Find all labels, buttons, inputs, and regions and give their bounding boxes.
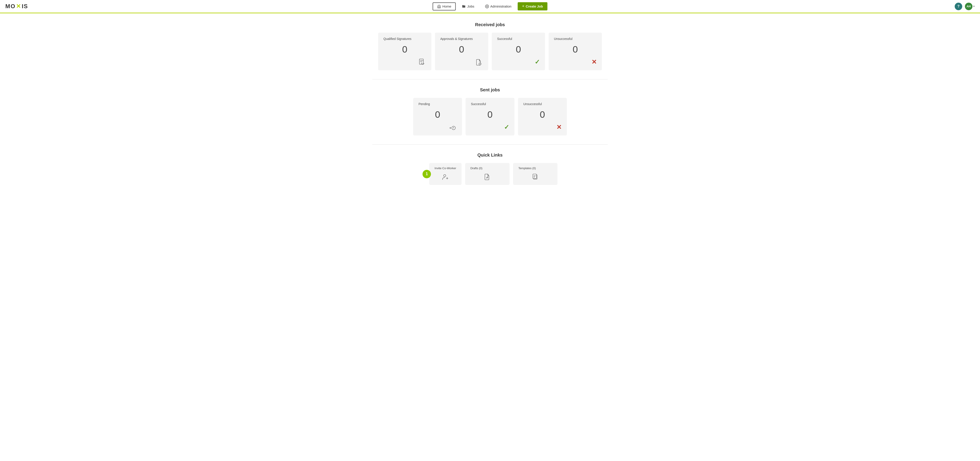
qualified-signatures-value: 0 bbox=[383, 44, 426, 55]
sent-jobs-title: Sent jobs bbox=[372, 87, 608, 92]
approvals-signatures-label: Approvals & Signatures bbox=[440, 37, 483, 41]
templates-icon bbox=[519, 173, 552, 181]
quick-links-wrapper: 1 Invite Co-Worker bbox=[423, 163, 461, 185]
quick-links-section: Quick Links 1 Invite Co-Worker bbox=[372, 152, 608, 185]
pending-value: 0 bbox=[418, 109, 457, 120]
invite-coworker-card[interactable]: Invite Co-Worker bbox=[429, 163, 461, 185]
avatar: AH bbox=[965, 3, 972, 10]
sent-unsuccessful-value: 0 bbox=[523, 109, 562, 120]
doc-sign-icon bbox=[418, 58, 426, 66]
sent-successful-value: 0 bbox=[471, 109, 509, 120]
sent-unsuccessful-card[interactable]: Unsuccessful 0 ✕ bbox=[518, 98, 567, 135]
notification-badge: 1 bbox=[423, 170, 431, 178]
sent-jobs-cards: Pending 0 Successful 0 ✓ bbox=[372, 98, 608, 135]
sent-jobs-section: Sent jobs Pending 0 Successful 0 bbox=[372, 87, 608, 135]
received-unsuccessful-card[interactable]: Unsuccessful 0 ✕ bbox=[549, 33, 602, 70]
x-icon: ✕ bbox=[592, 58, 597, 66]
received-unsuccessful-value: 0 bbox=[554, 44, 597, 55]
avatar-initials: AH bbox=[967, 5, 971, 8]
arrow-clock-icon bbox=[449, 124, 457, 131]
create-job-label: Create Job bbox=[526, 5, 543, 8]
quick-links-title: Quick Links bbox=[372, 152, 608, 158]
check-icon-sent: ✓ bbox=[504, 124, 509, 131]
pending-card[interactable]: Pending 0 bbox=[413, 98, 462, 135]
navbar-right: ? AH ▾ bbox=[955, 3, 975, 10]
doc-edit-icon bbox=[483, 173, 492, 181]
invite-coworker-icon bbox=[434, 173, 456, 181]
approvals-signatures-value: 0 bbox=[440, 44, 483, 55]
navbar: MO ✕ IS Home Jobs Administration bbox=[0, 0, 980, 13]
invite-coworker-label: Invite Co-Worker bbox=[434, 166, 456, 170]
logo-x-icon: ✕ bbox=[16, 3, 21, 10]
logo-text2: IS bbox=[22, 3, 28, 10]
received-jobs-title: Received jobs bbox=[372, 22, 608, 27]
logo: MO ✕ IS bbox=[5, 3, 28, 10]
received-successful-label: Successful bbox=[497, 37, 540, 41]
quick-links-row: 1 Invite Co-Worker Drafts (0) bbox=[372, 163, 608, 185]
approvals-signatures-card[interactable]: Approvals & Signatures 0 bbox=[435, 33, 488, 70]
logo-text: MO bbox=[5, 3, 16, 10]
pending-icon bbox=[418, 124, 457, 131]
doc-clock-icon bbox=[475, 58, 483, 66]
drafts-card[interactable]: Drafts (0) bbox=[465, 163, 509, 185]
help-label: ? bbox=[957, 5, 959, 8]
home-nav-button[interactable]: Home bbox=[433, 2, 456, 10]
home-nav-label: Home bbox=[442, 5, 451, 8]
received-jobs-cards: Qualified Signatures 0 Approvals & Signa… bbox=[372, 33, 608, 70]
jobs-nav-label: Jobs bbox=[467, 5, 474, 8]
avatar-button[interactable]: AH ▾ bbox=[965, 3, 975, 10]
received-unsuccessful-label: Unsuccessful bbox=[554, 37, 597, 41]
templates-card[interactable]: Templates (0) bbox=[513, 163, 557, 185]
help-button[interactable]: ? bbox=[955, 3, 962, 10]
doc-copy-icon bbox=[531, 173, 539, 181]
badge-count: 1 bbox=[426, 172, 428, 176]
svg-rect-6 bbox=[533, 174, 536, 179]
received-successful-value: 0 bbox=[497, 44, 540, 55]
gear-icon bbox=[485, 5, 489, 8]
svg-point-0 bbox=[487, 6, 488, 7]
x-icon-sent: ✕ bbox=[556, 124, 562, 131]
plus-icon: + bbox=[522, 4, 524, 9]
navbar-center: Home Jobs Administration + Create Job bbox=[433, 2, 547, 10]
section-divider-1 bbox=[372, 79, 608, 79]
home-icon bbox=[437, 5, 441, 8]
qualified-signatures-label: Qualified Signatures bbox=[383, 37, 426, 41]
create-job-button[interactable]: + Create Job bbox=[517, 2, 547, 10]
drafts-icon bbox=[471, 173, 504, 181]
sent-unsuccessful-icon: ✕ bbox=[523, 124, 562, 131]
received-successful-icon: ✓ bbox=[497, 58, 540, 66]
folder-icon bbox=[462, 5, 466, 8]
received-unsuccessful-icon: ✕ bbox=[554, 58, 597, 66]
received-successful-card[interactable]: Successful 0 ✓ bbox=[492, 33, 545, 70]
templates-label: Templates (0) bbox=[519, 166, 536, 170]
drafts-label: Drafts (0) bbox=[471, 166, 482, 170]
sent-successful-label: Successful bbox=[471, 102, 509, 106]
check-icon: ✓ bbox=[535, 58, 540, 66]
main-content: Received jobs Qualified Signatures 0 bbox=[368, 13, 612, 198]
svg-point-4 bbox=[444, 174, 446, 177]
navbar-left: MO ✕ IS bbox=[5, 3, 28, 10]
pending-label: Pending bbox=[418, 102, 457, 106]
approvals-signatures-icon bbox=[440, 58, 483, 66]
user-plus-icon bbox=[441, 173, 449, 181]
qualified-signatures-icon bbox=[383, 58, 426, 66]
sent-successful-icon: ✓ bbox=[471, 124, 509, 131]
jobs-nav-button[interactable]: Jobs bbox=[458, 2, 479, 10]
sent-unsuccessful-label: Unsuccessful bbox=[523, 102, 562, 106]
qualified-signatures-card[interactable]: Qualified Signatures 0 bbox=[378, 33, 431, 70]
sent-successful-card[interactable]: Successful 0 ✓ bbox=[466, 98, 514, 135]
chevron-down-icon: ▾ bbox=[973, 5, 975, 8]
received-jobs-section: Received jobs Qualified Signatures 0 bbox=[372, 22, 608, 70]
administration-nav-label: Administration bbox=[490, 5, 511, 8]
administration-nav-button[interactable]: Administration bbox=[480, 2, 516, 10]
